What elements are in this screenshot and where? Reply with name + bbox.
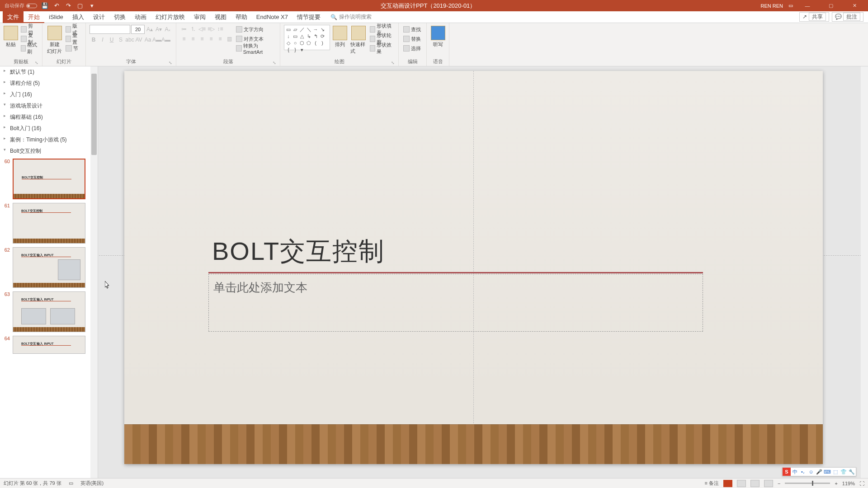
slideshow-view-button[interactable] [764, 480, 773, 487]
autosave-toggle[interactable]: 自动保存 [5, 2, 37, 9]
launcher-icon[interactable]: ⤡ [273, 61, 276, 65]
share-button[interactable]: ↗ 共享 [799, 12, 829, 22]
slide-counter[interactable]: 幻灯片 第 60 张，共 79 张 [4, 480, 61, 487]
new-slide-button[interactable]: 新建 幻灯片 [46, 25, 63, 55]
slide-thumbnail[interactable]: 63 BOLT交互 输入 INPUT [0, 290, 98, 334]
section-header[interactable]: Bolt交互控制 [0, 145, 98, 157]
bullets-button[interactable]: ≔ [180, 25, 188, 33]
ime-emoji-button[interactable]: ☺ [807, 468, 815, 476]
outdent-button[interactable]: ◁≡ [198, 25, 206, 33]
replace-button[interactable]: 替换 [402, 34, 422, 43]
slide-title[interactable]: BOLT交互控制 [212, 235, 385, 269]
fit-window-button[interactable]: ⛶ [859, 481, 864, 486]
spellcheck-icon[interactable]: ▭ [69, 480, 73, 486]
zoom-slider[interactable] [785, 483, 830, 484]
qat-more-icon[interactable]: ▾ [88, 2, 96, 10]
section-header[interactable]: 默认节 (1) [0, 66, 98, 78]
tab-storyboard[interactable]: 情节提要 [292, 11, 325, 23]
section-header[interactable]: 编程基础 (16) [0, 112, 98, 123]
strike-button[interactable]: S [117, 36, 125, 44]
highlight-button[interactable]: A▬ [153, 36, 161, 44]
notes-button[interactable]: ≡ 备注 [705, 480, 719, 487]
smartart-button[interactable]: 转换为 SmartArt [235, 44, 276, 53]
linespacing-button[interactable]: ↕≡ [216, 25, 224, 33]
reset-button[interactable]: 重置 [65, 34, 82, 43]
clear-format-icon[interactable]: Aₓ [164, 25, 172, 33]
maximize-button[interactable]: ▢ [822, 0, 840, 11]
tab-endnote[interactable]: EndNote X7 [252, 11, 292, 23]
ime-settings-button[interactable]: 🔧 [848, 468, 856, 476]
arrange-button[interactable]: 排列 [332, 25, 349, 48]
shape-effects-button[interactable]: 形状效果 [369, 44, 395, 53]
ime-tool-button[interactable]: 👕 [840, 468, 848, 476]
decrease-font-icon[interactable]: A▾ [155, 25, 163, 33]
tab-view[interactable]: 视图 [210, 11, 231, 23]
slide-thumbnail[interactable]: 62 BOLT交互 输入 INPUT [0, 245, 98, 290]
find-button[interactable]: 查找 [402, 25, 422, 34]
tab-islide[interactable]: iSlide [44, 11, 68, 23]
underline-button[interactable]: U [108, 36, 116, 44]
section-header[interactable]: 课程介绍 (5) [0, 78, 98, 89]
italic-button[interactable]: I [99, 36, 107, 44]
subtitle-placeholder[interactable]: 单击此处添加文本 [208, 274, 703, 332]
bold-button[interactable]: B [90, 36, 98, 44]
tab-transitions[interactable]: 切换 [109, 11, 130, 23]
slideshow-icon[interactable]: ▢ [76, 2, 84, 10]
launcher-icon[interactable]: ⤡ [35, 61, 38, 65]
case-button[interactable]: Aa [144, 36, 152, 44]
user-avatar-icon[interactable]: ▭ [788, 3, 793, 9]
tab-insert[interactable]: 插入 [68, 11, 89, 23]
shapes-gallery[interactable]: ▭▱／＼→↘↓ ▭△↳↰⟳◇○ ⬡⬠(){}▾ [284, 25, 330, 50]
reading-view-button[interactable] [750, 480, 760, 487]
tab-home[interactable]: 开始 [24, 11, 44, 23]
distribute-button[interactable]: ≡ [216, 35, 224, 43]
spacing-button[interactable]: AV [135, 36, 143, 44]
ime-skin-button[interactable]: ⬚ [831, 468, 840, 476]
slide-panel[interactable]: 默认节 (1) 课程介绍 (5) 入门 (16) 游戏场景设计 编程基础 (16… [0, 66, 98, 478]
increase-font-icon[interactable]: A▴ [146, 25, 154, 33]
tab-animations[interactable]: 动画 [130, 11, 151, 23]
launcher-icon[interactable]: ⤡ [391, 61, 395, 65]
canvas-scrollbar-vertical[interactable] [861, 66, 868, 478]
normal-view-button[interactable] [723, 480, 732, 487]
quick-styles-button[interactable]: 快速样式 [350, 25, 367, 55]
zoom-level[interactable]: 119% [842, 481, 855, 486]
align-right-button[interactable]: ≡ [198, 35, 206, 43]
dictate-button[interactable]: 听写 [430, 25, 445, 48]
slide-thumbnail[interactable]: 64 BOLT交互 输入 INPUT [0, 334, 98, 356]
format-painter-button[interactable]: 格式刷 [20, 44, 38, 53]
section-header[interactable]: 案例：Timing小游戏 (5) [0, 134, 98, 145]
section-button[interactable]: 节 [65, 44, 82, 53]
comments-button[interactable]: 💬 批注 [832, 12, 863, 22]
launcher-icon[interactable]: ⤡ [169, 61, 172, 65]
redo-icon[interactable]: ↷ [64, 2, 72, 10]
font-size-select[interactable]: 20 [131, 25, 145, 34]
slide[interactable]: BOLT交互控制 单击此处添加文本 [124, 71, 823, 464]
sidebar-scrollbar[interactable] [90, 66, 98, 478]
section-header[interactable]: Bolt入门 (16) [0, 123, 98, 134]
columns-button[interactable]: ▥ [225, 35, 233, 43]
align-center-button[interactable]: ≡ [189, 35, 197, 43]
slide-thumbnail[interactable]: 61 BOLT交互控制 [0, 201, 98, 245]
ime-keyboard-button[interactable]: ⌨ [823, 468, 831, 476]
ime-punct-button[interactable]: •، [799, 468, 807, 476]
tab-slideshow[interactable]: 幻灯片放映 [151, 11, 189, 23]
zoom-out-button[interactable]: − [778, 481, 780, 486]
align-left-button[interactable]: ≡ [180, 35, 188, 43]
select-button[interactable]: 选择 [402, 44, 422, 53]
language-indicator[interactable]: 英语(美国) [80, 480, 104, 487]
slide-canvas[interactable]: BOLT交互控制 单击此处添加文本 [98, 66, 868, 478]
tab-design[interactable]: 设计 [89, 11, 109, 23]
ime-voice-button[interactable]: 🎤 [815, 468, 823, 476]
user-name[interactable]: REN REN [760, 3, 783, 9]
save-icon[interactable]: 💾 [41, 2, 49, 10]
shadow-button[interactable]: abc [126, 36, 134, 44]
minimize-button[interactable]: — [798, 0, 816, 11]
indent-button[interactable]: ≡▷ [207, 25, 215, 33]
ime-toolbar[interactable]: S 中 •، ☺ 🎤 ⌨ ⬚ 👕 🔧 [782, 467, 856, 476]
justify-button[interactable]: ≡ [207, 35, 215, 43]
text-direction-button[interactable]: 文字方向 [235, 25, 276, 34]
font-family-select[interactable] [90, 25, 130, 34]
section-header[interactable]: 入门 (16) [0, 89, 98, 100]
close-button[interactable]: ✕ [845, 0, 863, 11]
